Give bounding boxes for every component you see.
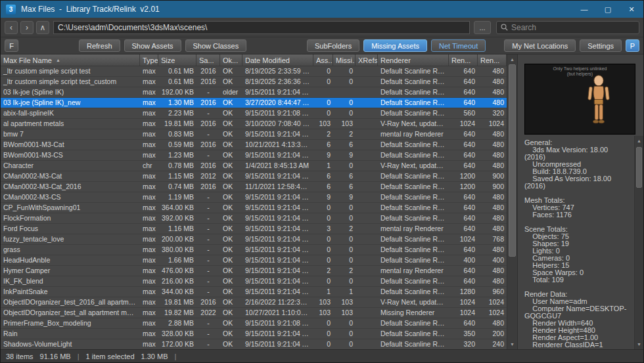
cell-saved: 2016 [196,161,220,171]
table-row[interactable]: BWom0001-M3-CSmax1.23 MB-OK9/15/2011 9:2… [1,150,507,161]
table-row[interactable]: Characterchr0.78 MB2016OK1/4/2021 8:45:1… [1,161,507,171]
cell-missing: 0 [333,77,356,87]
minimize-button[interactable]: — [572,1,596,18]
column-header-render_h[interactable]: Ren... [478,54,507,66]
table-scroll-thumb[interactable] [509,64,516,257]
column-header-xrefs[interactable]: XRefs [356,54,378,66]
cell-date_modified: 9/15/2011 9:21:04 AM [242,129,313,139]
net-timeout-button[interactable]: Net Timeout [431,39,486,52]
details-scroll-down-icon[interactable]: ▼ [635,339,643,349]
cell-saved: 2016 [196,140,220,150]
table-scrollbar[interactable]: ▲ ▼ [507,54,517,349]
cell-missing: 0 [333,234,356,244]
column-header-type[interactable]: Type [140,54,158,66]
table-row[interactable]: _ltr custom simple script testmax0.61 MB… [1,66,507,77]
subfolders-button[interactable]: SubFolders [307,39,359,52]
path-input[interactable] [53,21,470,34]
column-header-assets[interactable]: Ass... [313,54,333,66]
column-header-render_w[interactable]: Ren... [449,54,478,66]
close-button[interactable]: ✕ [620,1,643,18]
cell-size: 1.30 MB [158,98,196,108]
table-row[interactable]: PrimerFrame_Box_modelingmax2.88 MB-OK9/1… [1,318,507,329]
table-row[interactable]: bmw 7max0.83 MB-OK9/15/2011 9:21:04 AM22… [1,129,507,140]
table-row[interactable]: Rainmax328.00 KB-OK9/15/2011 9:21:04 AM0… [1,329,507,339]
cell-saved: - [196,224,220,234]
table-row[interactable]: 03 Ik-joe (Spline IK)max192.00 KB-older9… [1,87,507,98]
cell-render_w: 640 [449,140,478,150]
table-row[interactable]: IK_FK_blendmax216.00 KB-OK9/15/2011 9:21… [1,276,507,287]
cell-renderer: mental ray Renderer [378,266,449,276]
cell-name: fuzzy_tentacle_love [1,234,140,244]
column-header-renderer[interactable]: Renderer [378,54,449,66]
details-scroll-track[interactable] [635,146,643,339]
maximize-button[interactable]: ▢ [596,1,620,18]
table-row[interactable]: CMan0002-M3-Cat_2016max0.74 MB2016OK11/1… [1,182,507,192]
column-header-missing[interactable]: Missi... [333,54,356,66]
table-row[interactable]: 03 Ik-joe (Spline IK)_newmax1.30 MB2016O… [1,98,507,108]
settings-button[interactable]: Settings [580,39,622,52]
cell-date_modified: 9/15/2011 9:21:04 AM [242,234,313,244]
cell-xrefs [356,213,378,223]
cell-saved: 2016 [196,119,220,129]
cell-render_h: 480 [478,140,507,150]
table-row[interactable]: grassmax380.00 KB-OK9/15/2011 9:21:04 AM… [1,245,507,255]
table-scroll-track[interactable] [507,64,517,339]
cell-size: 0.61 MB [158,66,196,76]
filter-button[interactable]: F [5,39,18,52]
show-classes-button[interactable]: Show Classes [185,39,247,52]
cell-xrefs [356,140,378,150]
column-header-date_modified[interactable]: Date Modified [242,54,313,66]
cell-assets: 0 [313,213,333,223]
column-header-ok[interactable]: Ok... [220,54,242,66]
up-button[interactable]: ∧ [36,21,49,34]
my-net-locations-button[interactable]: My Net Locations [504,39,576,52]
cell-type: max [140,234,158,244]
table-row[interactable]: CMan0002-M3-Catmax1.15 MB2012OK9/15/2011… [1,171,507,182]
details-scroll-up-icon[interactable]: ▲ [635,136,643,146]
cell-assets: 0 [313,66,333,76]
table-row[interactable]: abix-fall-splineIKmax2.23 MB-OK9/15/2011… [1,108,507,119]
table-row[interactable]: InkPaintSnakemax344.00 KB-OK9/15/2011 9:… [1,287,507,297]
browse-button[interactable]: ... [474,21,491,34]
cell-size: 344.00 KB [158,287,196,297]
scroll-down-icon[interactable]: ▼ [507,339,517,349]
missing-assets-button[interactable]: Missing Assets [363,39,427,52]
cell-date_modified: 10/27/2021 1:10:07 PM [242,308,313,318]
table-row[interactable]: FlockFormationmax392.00 KB-OK9/15/2011 9… [1,213,507,224]
cell-name: 03 Ik-joe (Spline IK)_new [1,98,140,108]
table-row[interactable]: Ford Focusmax1.16 MB-OK9/15/2011 9:21:04… [1,224,507,234]
cell-saved: 2022 [196,308,220,318]
table-row[interactable]: al apartment metalsmax19.81 MB2016OK3/10… [1,119,507,129]
column-header-size[interactable]: Size [158,54,196,66]
show-assets-button[interactable]: Show Assets [124,39,181,52]
search-box[interactable] [496,21,639,34]
cell-renderer: Default Scanline Renderer [378,203,449,213]
cell-saved: 2012 [196,171,220,181]
table-row[interactable]: CMan0002-M3-CSmax1.19 MB-OK9/15/2011 9:2… [1,192,507,203]
search-input[interactable] [511,23,635,32]
table-row[interactable]: BWom0001-M3-Catmax0.59 MB2016OK10/21/202… [1,140,507,150]
cell-xrefs [356,308,378,318]
details-scrollbar[interactable]: ▲ ▼ [634,136,643,349]
scroll-up-icon[interactable]: ▲ [507,54,517,64]
cell-name: CMan0002-M3-Cat [1,171,140,181]
table-row[interactable]: HeadHudAnblemax1.66 MB-OK9/15/2011 9:21:… [1,255,507,266]
forward-button[interactable]: › [20,21,34,34]
table-row[interactable]: _ltr custom simple script test_custommax… [1,77,507,87]
cell-name: BWom0001-M3-CS [1,150,140,160]
table-row[interactable]: ObjectIDOrganizer_test_2016_all apartmen… [1,297,507,308]
column-header-saved[interactable]: Sa... [196,54,220,66]
cell-name: Hymer Camper [1,266,140,276]
column-header-name[interactable]: Max File Name▲ [1,54,140,66]
preview-toggle-button[interactable]: P [626,39,639,52]
table-row[interactable]: Hymer Campermax476.00 KB-OK9/15/2011 9:2… [1,266,507,276]
refresh-button[interactable]: Refresh [79,39,120,52]
cell-ok: OK [220,339,242,349]
table-row[interactable]: fuzzy_tentacle_lovemax200.00 KB-OK9/15/2… [1,234,507,245]
back-button[interactable]: ‹ [5,21,18,34]
cell-date_modified: 9/15/2011 9:21:04 AM [242,276,313,286]
table-row[interactable]: Shadows-VolumeLightmax172.00 KB-OK9/15/2… [1,339,507,349]
details-scroll-thumb[interactable] [636,147,642,188]
table-row[interactable]: CP_FunWithSpawning01max364.00 KB-OK9/15/… [1,203,507,213]
table-row[interactable]: ObjectIDOrganizer_test_all apartment met… [1,308,507,318]
